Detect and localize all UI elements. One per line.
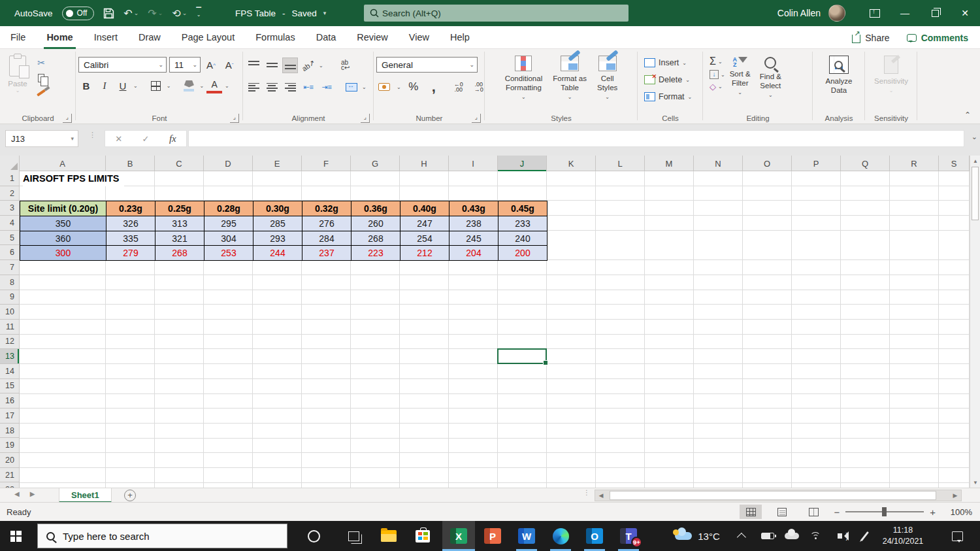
row-header-21[interactable]: 21 bbox=[0, 468, 19, 483]
sheet-tab-sheet1[interactable]: Sheet1 bbox=[59, 488, 112, 503]
column-header-M[interactable]: M bbox=[645, 156, 694, 171]
document-title[interactable]: FPS Table - Saved ▾ bbox=[235, 8, 326, 18]
word-taskbar-button[interactable]: W bbox=[510, 521, 543, 551]
touch-mode-caret-icon[interactable]: ⌄ bbox=[182, 10, 188, 16]
weather-widget[interactable]: 13°C bbox=[670, 521, 725, 551]
formula-bar-resize-handle[interactable]: ⋮ bbox=[89, 133, 96, 137]
scroll-down-arrow[interactable]: ▼ bbox=[970, 477, 980, 488]
column-header-C[interactable]: C bbox=[155, 156, 204, 171]
cell-J4[interactable]: 233 bbox=[498, 216, 547, 231]
cancel-formula-button[interactable]: ✕ bbox=[115, 134, 122, 144]
cell-I6[interactable]: 204 bbox=[449, 246, 498, 261]
row-header-14[interactable]: 14 bbox=[0, 364, 19, 379]
percent-style-button[interactable]: % bbox=[406, 79, 421, 95]
page-layout-view-button[interactable] bbox=[771, 505, 793, 519]
cell-A6[interactable]: 300 bbox=[20, 246, 106, 261]
borders-button[interactable] bbox=[148, 78, 164, 93]
cell-J6[interactable]: 200 bbox=[498, 246, 547, 261]
italic-button[interactable]: I bbox=[97, 78, 112, 93]
number-dialog-launcher[interactable]: ⌟ bbox=[472, 114, 481, 123]
cortana-button[interactable] bbox=[297, 521, 330, 551]
cell-A1[interactable]: AIRSOFT FPS LIMITS bbox=[23, 171, 124, 186]
increase-decimal-button[interactable]: ←0 .00 bbox=[451, 79, 466, 95]
column-header-S[interactable]: S bbox=[939, 156, 970, 171]
page-break-view-button[interactable] bbox=[802, 505, 825, 519]
cell-B5[interactable]: 335 bbox=[106, 231, 155, 246]
zoom-out-button[interactable]: − bbox=[834, 507, 840, 518]
cell-G5[interactable]: 268 bbox=[351, 231, 400, 246]
analyze-data-button[interactable]: Analyze Data bbox=[821, 53, 857, 124]
alignment-dialog-launcher[interactable]: ⌟ bbox=[361, 114, 370, 123]
cell-D4[interactable]: 295 bbox=[204, 216, 253, 231]
new-sheet-button[interactable]: + bbox=[124, 490, 136, 501]
clock-widget[interactable]: 11:18 24/10/2021 bbox=[870, 521, 936, 551]
ribbon-tab-page-layout[interactable]: Page Layout bbox=[171, 26, 245, 49]
user-avatar[interactable] bbox=[828, 5, 845, 22]
column-header-B[interactable]: B bbox=[106, 156, 155, 171]
sort-filter-button[interactable]: AZ Sort & Filter ⌄ bbox=[725, 53, 755, 124]
fill-button[interactable]: ↓⌄ bbox=[710, 70, 725, 79]
cell-D5[interactable]: 304 bbox=[204, 231, 253, 246]
font-color-caret-icon[interactable]: ⌄ bbox=[225, 83, 229, 89]
font-color-button[interactable]: A bbox=[206, 78, 222, 93]
row-header-10[interactable]: 10 bbox=[0, 305, 19, 320]
row-header-4[interactable]: 4 bbox=[0, 216, 19, 231]
task-view-button[interactable] bbox=[337, 521, 370, 551]
battery-tray-icon[interactable] bbox=[757, 521, 779, 551]
row-header-3[interactable]: 3 bbox=[0, 201, 19, 216]
cell-G6[interactable]: 223 bbox=[351, 246, 400, 261]
row-header-16[interactable]: 16 bbox=[0, 393, 19, 409]
column-header-R[interactable]: R bbox=[890, 156, 939, 171]
align-center-button[interactable] bbox=[264, 79, 280, 95]
volume-tray-icon[interactable] bbox=[827, 521, 852, 551]
row-header-1[interactable]: 1 bbox=[0, 171, 19, 186]
ribbon-tab-home[interactable]: Home bbox=[36, 26, 83, 49]
column-header-J[interactable]: J bbox=[498, 156, 547, 171]
cell-J3[interactable]: 0.45g bbox=[498, 201, 547, 216]
ribbon-tab-view[interactable]: View bbox=[399, 26, 440, 49]
bottom-align-button[interactable] bbox=[282, 58, 298, 73]
row-header-11[interactable]: 11 bbox=[0, 320, 19, 335]
copy-button[interactable] bbox=[34, 72, 48, 84]
excel-taskbar-button[interactable]: X bbox=[442, 521, 475, 551]
fps-table[interactable]: Site limit (0.20g)0.23g0.25g0.28g0.30g0.… bbox=[20, 201, 547, 261]
touch-mouse-mode-button[interactable]: ⟲⌄ bbox=[172, 7, 187, 20]
taskbar-search-box[interactable]: Type here to search bbox=[37, 524, 287, 548]
row-header-8[interactable]: 8 bbox=[0, 275, 19, 290]
autosave-toggle[interactable]: Off bbox=[62, 7, 95, 20]
start-button[interactable] bbox=[0, 521, 31, 551]
restore-button[interactable] bbox=[920, 0, 950, 26]
comma-style-button[interactable]: , bbox=[426, 79, 442, 95]
cell-F5[interactable]: 284 bbox=[302, 231, 351, 246]
cell-D6[interactable]: 253 bbox=[204, 246, 253, 261]
format-cells-button[interactable]: Format⌄ bbox=[644, 88, 700, 105]
column-header-G[interactable]: G bbox=[351, 156, 400, 171]
column-header-O[interactable]: O bbox=[743, 156, 792, 171]
formula-input[interactable] bbox=[188, 130, 964, 147]
cell-A4[interactable]: 350 bbox=[20, 216, 106, 231]
cell-A5[interactable]: 360 bbox=[20, 231, 106, 246]
scroll-right-arrow[interactable]: ▶ bbox=[949, 492, 961, 499]
customize-quick-access-toolbar-button[interactable]: ▔⌄ bbox=[196, 9, 201, 17]
orientation-button[interactable]: ab↗ bbox=[297, 54, 319, 76]
column-header-L[interactable]: L bbox=[596, 156, 645, 171]
column-header-Q[interactable]: Q bbox=[841, 156, 890, 171]
row-header-20[interactable]: 20 bbox=[0, 453, 19, 468]
merge-center-caret-icon[interactable]: ⌄ bbox=[362, 84, 367, 90]
teams-taskbar-button[interactable]: T9+ bbox=[612, 521, 645, 551]
top-align-button[interactable] bbox=[246, 58, 261, 73]
format-painter-button[interactable] bbox=[34, 87, 48, 99]
onedrive-tray-icon[interactable] bbox=[781, 521, 803, 551]
column-header-P[interactable]: P bbox=[792, 156, 841, 171]
decrease-indent-button[interactable]: ⇤≡ bbox=[301, 79, 316, 95]
row-header-17[interactable]: 17 bbox=[0, 409, 19, 424]
align-left-button[interactable] bbox=[246, 79, 261, 95]
row-header-22[interactable]: 22 bbox=[0, 482, 19, 488]
row-header-19[interactable]: 19 bbox=[0, 438, 19, 453]
merge-center-button[interactable] bbox=[344, 79, 359, 95]
zoom-level[interactable]: 100% bbox=[945, 507, 972, 517]
align-right-button[interactable] bbox=[282, 79, 298, 95]
account-area[interactable]: Colin Allen bbox=[777, 5, 845, 22]
cell-B3[interactable]: 0.23g bbox=[106, 201, 155, 216]
clipboard-dialog-launcher[interactable]: ⌟ bbox=[63, 114, 72, 123]
